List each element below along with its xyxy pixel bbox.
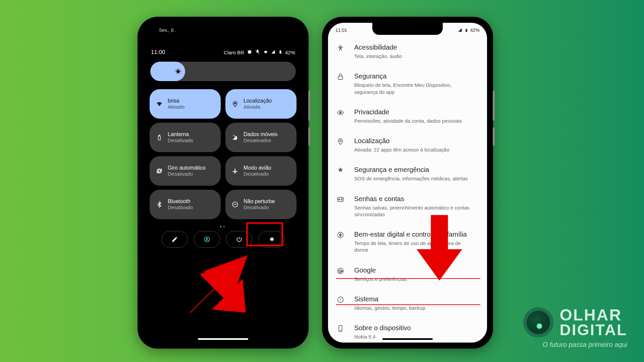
brightness-icon <box>174 68 182 75</box>
qs-tile-data[interactable]: Dados móveisDesativados <box>225 123 297 152</box>
access-icon <box>336 44 345 52</box>
qs-tile-airplane[interactable]: Modo aviãoDesativado <box>225 156 297 186</box>
power-button <box>308 127 310 146</box>
settings-item-emergency[interactable]: Segurança e emergênciaSOS de emergência,… <box>328 159 487 188</box>
qs-status-icons: Claro BR 42% <box>224 49 295 56</box>
system-icon <box>336 296 345 303</box>
power-button <box>493 127 495 146</box>
qs-time: 11:00 <box>151 49 165 56</box>
tile-subtitle: Ativado <box>168 104 184 110</box>
flash-icon <box>156 134 163 141</box>
tile-title: Modo avião <box>244 165 271 171</box>
status-icons: 42% <box>458 27 480 33</box>
tile-subtitle: Desativados <box>244 137 277 144</box>
svg-point-10 <box>339 199 340 200</box>
signal-icon <box>271 50 276 55</box>
rotate-icon <box>156 168 163 174</box>
tile-subtitle: Desativada <box>168 137 193 144</box>
tile-title: brisa <box>168 98 184 104</box>
data-icon <box>231 134 239 141</box>
qs-tile-wifi[interactable]: brisaAtivado <box>150 89 221 119</box>
passwords-icon <box>336 196 345 203</box>
status-time: 11:01 <box>335 27 347 33</box>
bluetooth-icon <box>156 201 163 208</box>
google-icon: G <box>336 267 345 275</box>
notch <box>372 23 443 35</box>
phone-frame-right: 11:01 42% AcessibilidadeTela, interação,… <box>322 17 493 349</box>
setting-subtitle: SOS de emergência, informações médicas, … <box>354 175 468 182</box>
tile-title: Não perturbe <box>244 198 275 204</box>
brightness-slider[interactable] <box>150 62 296 81</box>
svg-text:G: G <box>338 268 342 274</box>
tile-subtitle: Ativada <box>244 104 272 110</box>
setting-title: Sistema <box>354 295 425 303</box>
setting-title: Localização <box>354 136 449 145</box>
brand-watermark: OLHAR DIGITAL O futuro passa primeiro aq… <box>523 307 627 349</box>
battery-icon <box>465 28 468 33</box>
settings-item-location[interactable]: LocalizaçãoAtivada: 22 apps têm acesso à… <box>328 130 487 159</box>
svg-rect-6 <box>338 76 343 79</box>
signal-icon <box>458 28 463 33</box>
dnd-icon <box>231 201 239 208</box>
setting-title: Senhas e contas <box>354 194 476 203</box>
svg-point-7 <box>339 112 341 114</box>
about-icon <box>336 325 345 332</box>
volume-button <box>493 90 495 121</box>
settings-list[interactable]: AcessibilidadeTela, interação, áudioSegu… <box>328 33 487 343</box>
tile-title: Bluetooth <box>168 198 193 204</box>
tile-subtitle: Desativado <box>168 171 206 177</box>
wifi-icon <box>156 101 163 107</box>
brand-logo-icon <box>523 307 553 338</box>
setting-subtitle: Serviços e preferências <box>354 276 407 283</box>
tile-title: Localização <box>244 98 272 104</box>
settings-item-access[interactable]: AcessibilidadeTela, interação, áudio <box>328 37 487 66</box>
battery-pct: 42% <box>470 27 480 33</box>
qs-tile-flash[interactable]: LanternaDesativada <box>150 123 221 152</box>
setting-subtitle: Ativada: 22 apps têm acesso à localizaçã… <box>354 146 449 153</box>
setting-subtitle: Idiomas, gestos, tempo, backup <box>354 305 425 311</box>
battery-icon <box>278 49 282 56</box>
volume-button <box>308 90 310 121</box>
qs-tile-bluetooth[interactable]: BluetoothDesativado <box>150 190 221 219</box>
alarm-icon <box>247 49 252 56</box>
setting-title: Sobre o dispositivo <box>354 323 411 332</box>
setting-title: Acessibilidade <box>354 43 402 52</box>
wifi-icon <box>263 49 268 56</box>
mute-icon <box>255 49 260 56</box>
tile-subtitle: Desativado <box>168 204 193 211</box>
brand-line1: OLHAR <box>559 307 627 323</box>
svg-point-0 <box>234 103 236 104</box>
setting-title: Segurança <box>354 72 476 80</box>
setting-title: Privacidade <box>354 108 462 116</box>
qs-status-bar: 11:00 Claro BR <box>151 49 295 56</box>
qs-tile-rotate[interactable]: Giro automáticoDesativado <box>150 156 221 186</box>
settings-item-privacy[interactable]: PrivacidadePermissões, atividade da cont… <box>328 102 487 130</box>
tile-title: Giro automático <box>168 165 206 171</box>
battery-pct: 42% <box>285 50 295 55</box>
qs-tile-dnd[interactable]: Não perturbeDesativado <box>225 190 297 219</box>
brand-line2: DIGITAL <box>559 323 627 338</box>
setting-subtitle: Bloqueio de tela, Encontre Meu Dispositi… <box>354 82 476 96</box>
svg-rect-1 <box>158 136 161 140</box>
qs-tiles-grid: brisaAtivadoLocalizaçãoAtivadaLanternaDe… <box>150 89 297 219</box>
airplane-icon <box>231 168 239 174</box>
brand-tagline: O futuro passa primeiro aqui <box>523 341 627 349</box>
wellbeing-icon <box>336 231 345 239</box>
emergency-icon <box>336 167 345 174</box>
settings-item-lock[interactable]: SegurançaBloqueio de tela, Encontre Meu … <box>328 66 487 102</box>
home-indicator[interactable] <box>382 338 433 340</box>
setting-title: Google <box>354 266 407 275</box>
svg-point-8 <box>340 140 341 142</box>
location-icon <box>336 138 345 145</box>
qs-tile-location[interactable]: LocalizaçãoAtivada <box>225 89 297 119</box>
home-indicator[interactable] <box>198 338 248 340</box>
location-icon <box>231 101 239 107</box>
setting-subtitle: Tela, interação, áudio <box>354 53 402 60</box>
lock-icon <box>336 73 345 80</box>
svg-point-4 <box>206 238 208 240</box>
setting-subtitle: Permissões, atividade da conta, dados pe… <box>354 118 462 124</box>
arrow-to-settings-icon <box>174 241 262 330</box>
settings-item-system[interactable]: SistemaIdiomas, gestos, tempo, backup <box>328 289 487 317</box>
highlight-line-bottom <box>336 304 480 305</box>
tile-title: Dados móveis <box>244 131 277 137</box>
